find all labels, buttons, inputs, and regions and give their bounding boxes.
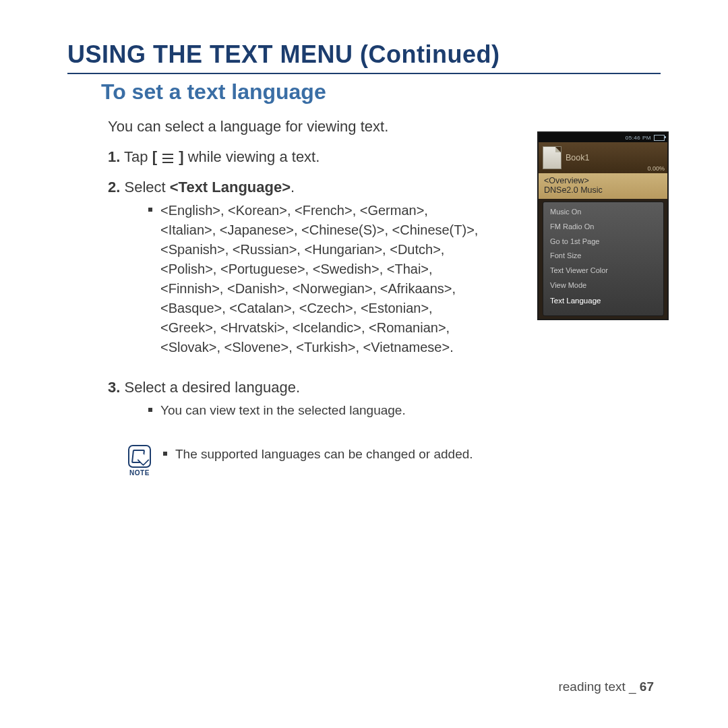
page-footer: reading text _ 67 (558, 679, 654, 694)
device-overview-label: <Overview> (544, 176, 662, 185)
hamburger-icon (161, 153, 175, 164)
menu-item-go-to-1st-page[interactable]: Go to 1st Page (543, 235, 663, 249)
device-overview-area: <Overview> DNSe2.0 Music (539, 173, 667, 199)
step-3: 3. Select a desired language. (108, 376, 661, 398)
document-icon (543, 146, 562, 169)
device-popup-menu: Music On FM Radio On Go to 1st Page Font… (543, 202, 664, 316)
step-3-number: 3. (108, 379, 120, 396)
menu-item-music-on[interactable]: Music On (543, 205, 663, 220)
note-icon (128, 445, 151, 468)
menu-item-font-size[interactable]: Font Size (543, 249, 663, 264)
title-block: USING THE TEXT MENU (Continued) (67, 40, 661, 74)
device-time: 05:46 PM (626, 135, 651, 141)
menu-item-text-language[interactable]: Text Language (543, 293, 663, 308)
footer-section: reading text _ (558, 679, 636, 694)
device-overview-subtitle: DNSe2.0 Music (544, 185, 662, 195)
note-text: The supported languages can be changed o… (163, 445, 473, 464)
menu-item-fm-radio-on[interactable]: FM Radio On (543, 220, 663, 235)
step-3-text: Select a desired language. (124, 379, 300, 396)
step-2-number: 2. (108, 179, 120, 195)
note-block: NOTE The supported languages can be chan… (128, 445, 661, 477)
step-1-number: 1. (108, 148, 120, 165)
manual-page: USING THE TEXT MENU (Continued) To set a… (0, 0, 728, 728)
step-3-bullet: You can view text in the selected langua… (148, 401, 485, 420)
device-screenshot: 05:46 PM Book1 0.00% <Overview> DNSe2.0 … (537, 131, 669, 320)
section-subtitle: To set a text language (101, 80, 661, 104)
step-2-option: <Text Language> (170, 179, 291, 195)
note-icon-column: NOTE (128, 445, 151, 477)
step-1-post: while viewing a text. (184, 148, 320, 165)
footer-page-number: 67 (640, 679, 654, 694)
step-2-post: . (291, 179, 295, 195)
menu-item-text-viewer-color[interactable]: Text Viewer Color (543, 264, 663, 278)
battery-icon (654, 135, 665, 141)
menu-item-view-mode[interactable]: View Mode (543, 278, 663, 293)
device-topbar: Book1 0.00% (539, 142, 667, 173)
step-2-pre: Select (124, 179, 169, 195)
page-title: USING THE TEXT MENU (Continued) (67, 40, 661, 69)
bracket-open: [ (152, 148, 161, 165)
language-list-item: <English>, <Korean>, <French>, <German>,… (148, 201, 485, 357)
device-percent: 0.00% (647, 165, 665, 172)
note-label: NOTE (129, 469, 150, 477)
step-1-pre: Tap (124, 148, 152, 165)
bracket-close: ] (175, 148, 183, 165)
device-book-title: Book1 (566, 153, 663, 162)
step-3-bullet-list: You can view text in the selected langua… (148, 401, 661, 420)
device-statusbar: 05:46 PM (539, 133, 667, 142)
